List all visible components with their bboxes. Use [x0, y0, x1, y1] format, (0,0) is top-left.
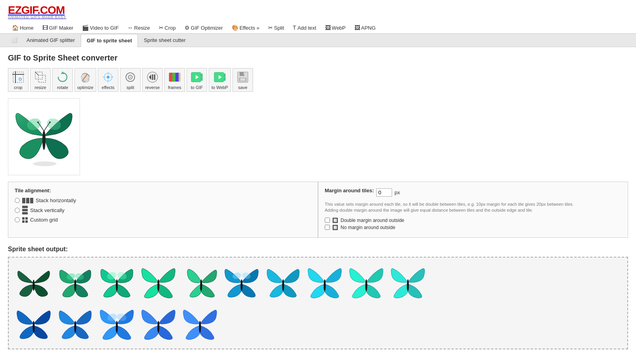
frames-tool-icon [168, 70, 182, 84]
logo-sub: ANIMATED GIFS MADE EASY [8, 15, 66, 19]
nav-effects-label: Effects » [240, 25, 259, 31]
resize-tool-icon [33, 70, 48, 84]
svg-rect-40 [244, 72, 245, 75]
no-margin-checkbox[interactable] [325, 225, 330, 230]
nav-resize-label: Resize [134, 25, 150, 31]
save-label: save [238, 85, 247, 90]
nav-resize[interactable]: ↔ Resize [124, 22, 154, 33]
tool-frames[interactable]: frames [164, 68, 185, 92]
nav-add-text-label: Add text [297, 25, 316, 31]
effects-tool-icon [101, 70, 115, 84]
output-title: Sprite sheet output: [8, 246, 628, 253]
margin-title: Margin around tiles: [325, 188, 374, 193]
preview-area [8, 98, 80, 175]
tile-alignment-title: Tile alignment: [15, 188, 311, 193]
nav-effects[interactable]: 🎨 Effects » [228, 22, 263, 33]
svg-point-67 [32, 321, 34, 333]
custom-grid-label[interactable]: Custom grid [30, 217, 58, 223]
custom-grid-row: Custom grid [15, 217, 311, 223]
no-margin-icon: 🔲 [332, 225, 338, 230]
tool-split[interactable]: split [120, 68, 141, 92]
svg-rect-26 [175, 73, 179, 82]
logo-link[interactable]: EZGIF.COM ANIMATED GIFS MADE EASY [8, 4, 66, 19]
nav-optimizer-label: GIF Optimizer [191, 25, 223, 31]
resize-nav-icon: ↔ [128, 25, 133, 31]
svg-point-45 [42, 130, 46, 150]
svg-rect-22 [154, 74, 155, 80]
stack-v-label[interactable]: Stack vertically [30, 207, 65, 213]
svg-rect-27 [179, 73, 180, 82]
nav-webp-label: WebP [332, 25, 346, 31]
sprite-cell [96, 262, 137, 303]
sprite-cell [387, 262, 428, 303]
sprite-cell [262, 262, 304, 303]
svg-rect-21 [152, 74, 153, 80]
svg-point-50 [33, 161, 57, 166]
nav-add-text[interactable]: T Add text [289, 22, 320, 33]
svg-rect-25 [172, 73, 175, 82]
home-icon: 🏠 [12, 25, 19, 31]
stack-v-icon [22, 206, 28, 214]
nav-home[interactable]: 🏠 Home [8, 22, 38, 33]
tool-optimize[interactable]: optimize [74, 68, 96, 92]
tool-to-webp[interactable]: to WebP [209, 68, 231, 92]
nav-apng[interactable]: 🖼 APNG [350, 22, 380, 33]
text-icon: T [293, 25, 296, 31]
svg-point-49 [49, 121, 51, 123]
svg-point-64 [324, 279, 326, 291]
tab-gif-to-sprite-sheet[interactable]: GIF to sprite sheet [81, 34, 138, 47]
double-margin-checkbox[interactable] [325, 218, 330, 223]
nav-gif-optimizer[interactable]: ⚙ GIF Optimizer [181, 22, 227, 33]
tool-rotate[interactable]: rotate [52, 68, 73, 92]
stack-v-row: Stack vertically [15, 206, 311, 214]
sub-nav-home-icon: ⬜ [8, 35, 21, 46]
sprite-cell [13, 262, 54, 303]
tool-crop[interactable]: crop [8, 68, 29, 92]
save-tool-icon [236, 70, 250, 84]
custom-grid-icon [22, 217, 28, 223]
margin-hint: This value sets margin around each tile,… [325, 201, 621, 214]
no-margin-label[interactable]: No margin around outside [341, 225, 395, 230]
nav-video-to-gif[interactable]: 🎬 Video to GIF [78, 22, 123, 33]
split-nav-icon: ✂ [268, 25, 273, 31]
controls-row: Tile alignment: Stack horizontally Stack… [8, 182, 628, 238]
double-margin-label[interactable]: Double margin around outside [341, 218, 404, 223]
svg-point-48 [37, 121, 39, 123]
tool-resize[interactable]: resize [30, 68, 51, 92]
tool-effects[interactable]: effects [98, 68, 118, 92]
nav-webp[interactable]: 🖼 WebP [321, 22, 350, 33]
stack-h-radio[interactable] [15, 198, 20, 203]
sprite-row-1 [13, 262, 221, 303]
sprite-cell [179, 303, 221, 345]
svg-point-59 [200, 279, 202, 291]
to-webp-label: to WebP [211, 85, 228, 90]
svg-line-6 [35, 72, 38, 75]
svg-point-58 [157, 279, 159, 291]
crop-nav-icon: ✂ [159, 25, 164, 31]
nav-gif-maker[interactable]: 🎞 GIF Maker [38, 22, 77, 33]
svg-point-54 [74, 279, 76, 291]
stack-v-radio[interactable] [15, 208, 20, 213]
main-content: GIF to Sprite Sheet converter crop [0, 47, 636, 356]
margin-input[interactable] [376, 188, 392, 197]
tab-animated-gif-splitter[interactable]: Animated GIF splitter [21, 34, 81, 47]
svg-rect-5 [38, 75, 46, 82]
tab-sprite-sheet-cutter[interactable]: Sprite sheet cutter [138, 34, 192, 47]
frames-label: frames [168, 85, 181, 90]
sprite-cell [54, 303, 96, 345]
tool-to-gif[interactable]: to GIF [187, 68, 207, 92]
nav-split[interactable]: ✂ Split [264, 22, 288, 33]
reverse-tool-icon [145, 70, 160, 84]
svg-point-18 [129, 77, 131, 78]
svg-rect-42 [240, 78, 245, 81]
tool-save[interactable]: save [232, 68, 253, 92]
custom-grid-radio[interactable] [15, 217, 20, 222]
sprite-cell [304, 262, 345, 303]
reverse-label: reverse [145, 85, 160, 90]
tool-reverse[interactable]: reverse [142, 68, 163, 92]
stack-h-label[interactable]: Stack horizontally [36, 197, 76, 203]
sprite-row-3 [13, 303, 221, 345]
nav-crop[interactable]: ✂ Crop [155, 22, 180, 33]
to-gif-label: to GIF [191, 85, 203, 90]
sprite-cell [13, 303, 54, 345]
